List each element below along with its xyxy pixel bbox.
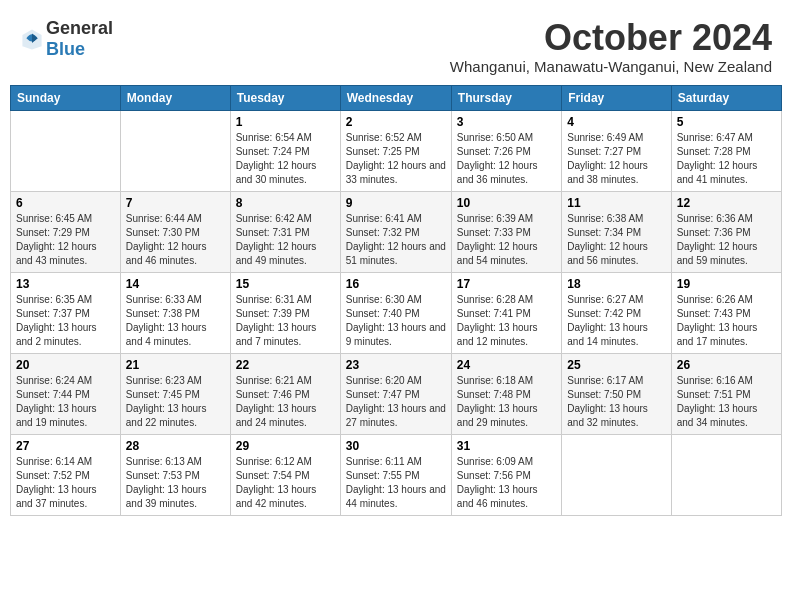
day-info: Sunrise: 6:27 AM Sunset: 7:42 PM Dayligh… xyxy=(567,293,665,349)
calendar-cell: 19Sunrise: 6:26 AM Sunset: 7:43 PM Dayli… xyxy=(671,272,781,353)
day-info: Sunrise: 6:23 AM Sunset: 7:45 PM Dayligh… xyxy=(126,374,225,430)
calendar-cell: 31Sunrise: 6:09 AM Sunset: 7:56 PM Dayli… xyxy=(451,434,561,515)
day-info: Sunrise: 6:41 AM Sunset: 7:32 PM Dayligh… xyxy=(346,212,446,268)
weekday-header-saturday: Saturday xyxy=(671,85,781,110)
calendar-cell: 8Sunrise: 6:42 AM Sunset: 7:31 PM Daylig… xyxy=(230,191,340,272)
title-area: October 2024 Whanganui, Manawatu-Wanganu… xyxy=(450,18,772,75)
day-info: Sunrise: 6:52 AM Sunset: 7:25 PM Dayligh… xyxy=(346,131,446,187)
day-number: 3 xyxy=(457,115,556,129)
calendar-cell: 13Sunrise: 6:35 AM Sunset: 7:37 PM Dayli… xyxy=(11,272,121,353)
day-number: 1 xyxy=(236,115,335,129)
calendar-cell: 4Sunrise: 6:49 AM Sunset: 7:27 PM Daylig… xyxy=(562,110,671,191)
calendar-cell: 10Sunrise: 6:39 AM Sunset: 7:33 PM Dayli… xyxy=(451,191,561,272)
day-number: 27 xyxy=(16,439,115,453)
day-info: Sunrise: 6:26 AM Sunset: 7:43 PM Dayligh… xyxy=(677,293,776,349)
day-number: 2 xyxy=(346,115,446,129)
calendar-cell xyxy=(562,434,671,515)
day-number: 25 xyxy=(567,358,665,372)
day-number: 23 xyxy=(346,358,446,372)
day-info: Sunrise: 6:44 AM Sunset: 7:30 PM Dayligh… xyxy=(126,212,225,268)
calendar-cell: 3Sunrise: 6:50 AM Sunset: 7:26 PM Daylig… xyxy=(451,110,561,191)
calendar-cell: 23Sunrise: 6:20 AM Sunset: 7:47 PM Dayli… xyxy=(340,353,451,434)
day-info: Sunrise: 6:09 AM Sunset: 7:56 PM Dayligh… xyxy=(457,455,556,511)
day-number: 13 xyxy=(16,277,115,291)
header: General Blue October 2024 Whanganui, Man… xyxy=(10,10,782,79)
day-info: Sunrise: 6:14 AM Sunset: 7:52 PM Dayligh… xyxy=(16,455,115,511)
day-number: 9 xyxy=(346,196,446,210)
week-row-2: 6Sunrise: 6:45 AM Sunset: 7:29 PM Daylig… xyxy=(11,191,782,272)
day-number: 26 xyxy=(677,358,776,372)
day-number: 18 xyxy=(567,277,665,291)
calendar-cell: 12Sunrise: 6:36 AM Sunset: 7:36 PM Dayli… xyxy=(671,191,781,272)
day-info: Sunrise: 6:17 AM Sunset: 7:50 PM Dayligh… xyxy=(567,374,665,430)
calendar-cell: 2Sunrise: 6:52 AM Sunset: 7:25 PM Daylig… xyxy=(340,110,451,191)
day-number: 5 xyxy=(677,115,776,129)
calendar-cell: 27Sunrise: 6:14 AM Sunset: 7:52 PM Dayli… xyxy=(11,434,121,515)
day-number: 20 xyxy=(16,358,115,372)
day-info: Sunrise: 6:30 AM Sunset: 7:40 PM Dayligh… xyxy=(346,293,446,349)
week-row-5: 27Sunrise: 6:14 AM Sunset: 7:52 PM Dayli… xyxy=(11,434,782,515)
day-number: 11 xyxy=(567,196,665,210)
weekday-header-row: SundayMondayTuesdayWednesdayThursdayFrid… xyxy=(11,85,782,110)
week-row-4: 20Sunrise: 6:24 AM Sunset: 7:44 PM Dayli… xyxy=(11,353,782,434)
calendar-cell: 18Sunrise: 6:27 AM Sunset: 7:42 PM Dayli… xyxy=(562,272,671,353)
day-info: Sunrise: 6:11 AM Sunset: 7:55 PM Dayligh… xyxy=(346,455,446,511)
weekday-header-friday: Friday xyxy=(562,85,671,110)
day-number: 8 xyxy=(236,196,335,210)
calendar-cell xyxy=(120,110,230,191)
day-number: 30 xyxy=(346,439,446,453)
day-number: 10 xyxy=(457,196,556,210)
day-info: Sunrise: 6:35 AM Sunset: 7:37 PM Dayligh… xyxy=(16,293,115,349)
calendar-cell: 17Sunrise: 6:28 AM Sunset: 7:41 PM Dayli… xyxy=(451,272,561,353)
day-number: 31 xyxy=(457,439,556,453)
day-number: 24 xyxy=(457,358,556,372)
day-number: 28 xyxy=(126,439,225,453)
calendar-cell: 7Sunrise: 6:44 AM Sunset: 7:30 PM Daylig… xyxy=(120,191,230,272)
day-number: 21 xyxy=(126,358,225,372)
day-info: Sunrise: 6:13 AM Sunset: 7:53 PM Dayligh… xyxy=(126,455,225,511)
calendar-cell: 26Sunrise: 6:16 AM Sunset: 7:51 PM Dayli… xyxy=(671,353,781,434)
logo-icon xyxy=(20,27,44,51)
weekday-header-monday: Monday xyxy=(120,85,230,110)
day-number: 12 xyxy=(677,196,776,210)
day-info: Sunrise: 6:54 AM Sunset: 7:24 PM Dayligh… xyxy=(236,131,335,187)
week-row-3: 13Sunrise: 6:35 AM Sunset: 7:37 PM Dayli… xyxy=(11,272,782,353)
weekday-header-tuesday: Tuesday xyxy=(230,85,340,110)
day-info: Sunrise: 6:36 AM Sunset: 7:36 PM Dayligh… xyxy=(677,212,776,268)
calendar-cell xyxy=(11,110,121,191)
weekday-header-thursday: Thursday xyxy=(451,85,561,110)
day-number: 14 xyxy=(126,277,225,291)
day-info: Sunrise: 6:49 AM Sunset: 7:27 PM Dayligh… xyxy=(567,131,665,187)
calendar-cell: 6Sunrise: 6:45 AM Sunset: 7:29 PM Daylig… xyxy=(11,191,121,272)
weekday-header-wednesday: Wednesday xyxy=(340,85,451,110)
day-number: 22 xyxy=(236,358,335,372)
day-info: Sunrise: 6:42 AM Sunset: 7:31 PM Dayligh… xyxy=(236,212,335,268)
calendar: SundayMondayTuesdayWednesdayThursdayFrid… xyxy=(10,85,782,516)
calendar-cell: 15Sunrise: 6:31 AM Sunset: 7:39 PM Dayli… xyxy=(230,272,340,353)
day-info: Sunrise: 6:24 AM Sunset: 7:44 PM Dayligh… xyxy=(16,374,115,430)
week-row-1: 1Sunrise: 6:54 AM Sunset: 7:24 PM Daylig… xyxy=(11,110,782,191)
day-number: 19 xyxy=(677,277,776,291)
day-number: 15 xyxy=(236,277,335,291)
location-title: Whanganui, Manawatu-Wanganui, New Zealan… xyxy=(450,58,772,75)
calendar-cell: 29Sunrise: 6:12 AM Sunset: 7:54 PM Dayli… xyxy=(230,434,340,515)
calendar-cell: 24Sunrise: 6:18 AM Sunset: 7:48 PM Dayli… xyxy=(451,353,561,434)
day-info: Sunrise: 6:38 AM Sunset: 7:34 PM Dayligh… xyxy=(567,212,665,268)
day-info: Sunrise: 6:31 AM Sunset: 7:39 PM Dayligh… xyxy=(236,293,335,349)
calendar-cell: 22Sunrise: 6:21 AM Sunset: 7:46 PM Dayli… xyxy=(230,353,340,434)
calendar-cell: 5Sunrise: 6:47 AM Sunset: 7:28 PM Daylig… xyxy=(671,110,781,191)
day-info: Sunrise: 6:16 AM Sunset: 7:51 PM Dayligh… xyxy=(677,374,776,430)
calendar-cell: 25Sunrise: 6:17 AM Sunset: 7:50 PM Dayli… xyxy=(562,353,671,434)
day-info: Sunrise: 6:18 AM Sunset: 7:48 PM Dayligh… xyxy=(457,374,556,430)
day-info: Sunrise: 6:50 AM Sunset: 7:26 PM Dayligh… xyxy=(457,131,556,187)
day-info: Sunrise: 6:28 AM Sunset: 7:41 PM Dayligh… xyxy=(457,293,556,349)
weekday-header-sunday: Sunday xyxy=(11,85,121,110)
calendar-cell: 30Sunrise: 6:11 AM Sunset: 7:55 PM Dayli… xyxy=(340,434,451,515)
day-info: Sunrise: 6:39 AM Sunset: 7:33 PM Dayligh… xyxy=(457,212,556,268)
logo: General Blue xyxy=(20,18,113,60)
day-info: Sunrise: 6:47 AM Sunset: 7:28 PM Dayligh… xyxy=(677,131,776,187)
day-info: Sunrise: 6:21 AM Sunset: 7:46 PM Dayligh… xyxy=(236,374,335,430)
day-info: Sunrise: 6:12 AM Sunset: 7:54 PM Dayligh… xyxy=(236,455,335,511)
day-number: 17 xyxy=(457,277,556,291)
calendar-cell: 28Sunrise: 6:13 AM Sunset: 7:53 PM Dayli… xyxy=(120,434,230,515)
